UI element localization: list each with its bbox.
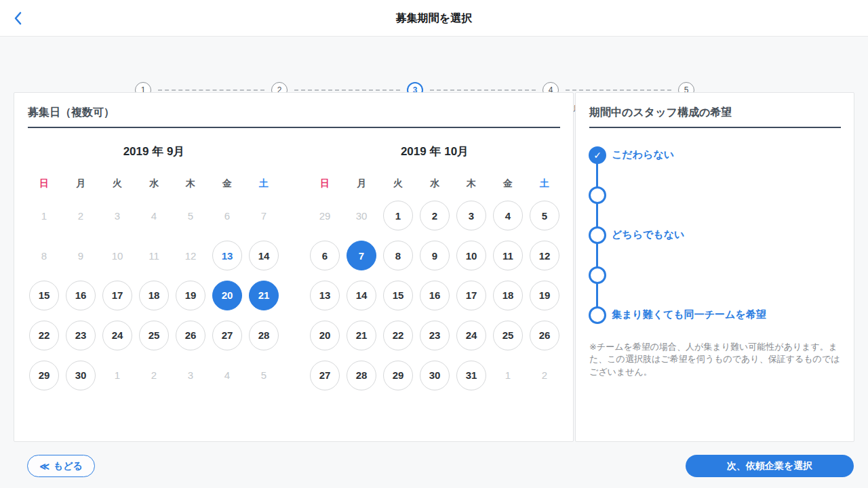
day-cell: 18 (136, 276, 172, 316)
calendar-day[interactable]: 18 (493, 281, 523, 310)
day-cell: 4 (490, 196, 526, 236)
calendar-day[interactable]: 1 (383, 201, 413, 230)
staff-option-checked[interactable]: ✓ (589, 146, 606, 164)
calendar-day: 29 (310, 201, 340, 230)
calendar-day[interactable]: 16 (66, 281, 96, 310)
staff-option-label[interactable]: どちらでもない (612, 228, 684, 241)
calendar-day[interactable]: 14 (249, 241, 279, 270)
calendar-day[interactable]: 14 (347, 281, 376, 310)
weekday-header: 火 (99, 178, 136, 190)
calendar-day[interactable]: 17 (102, 281, 132, 310)
day-cell: 5 (526, 196, 563, 236)
staff-option-radio[interactable] (589, 226, 606, 244)
day-cell: 3 (453, 196, 490, 236)
calendar-day[interactable]: 24 (102, 321, 132, 350)
calendar-day[interactable]: 31 (456, 361, 486, 390)
staff-option-radio[interactable] (589, 186, 606, 204)
day-cell: 17 (99, 276, 136, 316)
month-title: 2019 年 10月 (307, 144, 563, 160)
calendar-day[interactable]: 22 (383, 321, 413, 350)
calendar-day[interactable]: 23 (420, 321, 450, 350)
calendar-day[interactable]: 13 (310, 281, 340, 310)
staff-preference-note: ※チームを希望の場合、人が集まり難い可能性があります。また、この選択肢はご希望を… (589, 341, 844, 378)
calendar-day[interactable]: 11 (493, 241, 523, 270)
calendar-day: 4 (212, 361, 242, 390)
day-cell: 19 (172, 276, 209, 316)
calendar-day[interactable]: 25 (493, 321, 523, 350)
day-cell: 15 (380, 276, 416, 316)
calendar-day[interactable]: 29 (29, 361, 59, 390)
calendar-day[interactable]: 20 (212, 281, 242, 310)
day-cell: 25 (490, 315, 526, 355)
staff-preference-panel: 期間中のスタッフ構成の希望 ✓こだわらないどちらでもない集まり難くても同一チーム… (575, 92, 854, 442)
calendar-day[interactable]: 28 (249, 321, 279, 350)
calendar-day[interactable]: 30 (66, 361, 96, 390)
calendar-day: 1 (102, 361, 132, 390)
calendar-day[interactable]: 19 (176, 281, 205, 310)
calendar-day[interactable]: 26 (530, 321, 559, 350)
calendar-day[interactable]: 15 (29, 281, 59, 310)
calendar-day[interactable]: 2 (420, 201, 450, 230)
back-button[interactable]: ≪ もどる (27, 455, 95, 477)
calendar-day[interactable]: 24 (456, 321, 486, 350)
calendar-day[interactable]: 10 (456, 241, 486, 270)
calendar-day[interactable]: 26 (176, 321, 205, 350)
calendar-day[interactable]: 27 (212, 321, 242, 350)
calendar-day[interactable]: 19 (530, 281, 559, 310)
day-cell: 8 (26, 236, 62, 276)
day-cell: 1 (26, 196, 62, 236)
calendar-day[interactable]: 23 (66, 321, 96, 350)
day-cell: 22 (26, 315, 62, 355)
calendar-day[interactable]: 4 (493, 201, 523, 230)
staff-option-radio[interactable] (589, 306, 606, 324)
calendar-day[interactable]: 29 (383, 361, 413, 390)
staff-option-label[interactable]: こだわらない (612, 148, 674, 161)
day-cell: 11 (490, 236, 526, 276)
calendar-day[interactable]: 22 (29, 321, 59, 350)
day-cell: 21 (343, 315, 380, 355)
calendar-day: 5 (176, 201, 205, 230)
day-cell: 13 (307, 276, 343, 316)
calendar-day[interactable]: 18 (139, 281, 169, 310)
day-cell: 23 (416, 315, 453, 355)
day-cell: 27 (209, 315, 245, 355)
stepper: 1テンプレートを選択2求人票を編集3募集期間を選択4依頼企業を選択5確認 (0, 37, 868, 85)
day-cell: 8 (380, 236, 416, 276)
double-chevron-left-icon: ≪ (39, 461, 50, 472)
calendar-day[interactable]: 17 (456, 281, 486, 310)
calendar-day[interactable]: 25 (139, 321, 169, 350)
calendar-day[interactable]: 15 (383, 281, 413, 310)
calendar-day[interactable]: 16 (420, 281, 450, 310)
weekday-header: 月 (62, 178, 99, 190)
calendar-day[interactable]: 30 (420, 361, 450, 390)
calendar-day[interactable]: 3 (456, 201, 486, 230)
staff-option-label[interactable]: 集まり難くても同一チームを希望 (612, 308, 766, 321)
calendar-day[interactable]: 12 (530, 241, 559, 270)
calendar-day[interactable]: 9 (420, 241, 450, 270)
month-title: 2019 年 9月 (26, 144, 282, 160)
day-cell: 22 (380, 315, 416, 355)
weekday-header: 土 (245, 178, 282, 190)
calendar-day[interactable]: 5 (530, 201, 559, 230)
calendar-day: 1 (29, 201, 59, 230)
day-cell: 30 (343, 196, 380, 236)
calendar-day[interactable]: 27 (310, 361, 340, 390)
calendar-day: 2 (139, 361, 169, 390)
calendar-day[interactable]: 13 (212, 241, 242, 270)
calendar-day[interactable]: 20 (310, 321, 340, 350)
day-cell: 26 (172, 315, 209, 355)
day-cell: 24 (99, 315, 136, 355)
calendar-day[interactable]: 21 (249, 281, 279, 310)
next-button[interactable]: 次、依頼企業を選択 (686, 455, 854, 477)
staff-option-radio[interactable] (589, 266, 606, 284)
day-cell: 16 (416, 276, 453, 316)
calendar-day[interactable]: 6 (310, 241, 340, 270)
day-cell: 4 (136, 196, 172, 236)
day-cell: 9 (416, 236, 453, 276)
calendar-day[interactable]: 8 (383, 241, 413, 270)
calendar-day: 4 (139, 201, 169, 230)
calendar-day[interactable]: 21 (347, 321, 376, 350)
day-cell: 14 (245, 236, 282, 276)
calendar-day[interactable]: 7 (347, 241, 376, 270)
calendar-day[interactable]: 28 (347, 361, 376, 390)
